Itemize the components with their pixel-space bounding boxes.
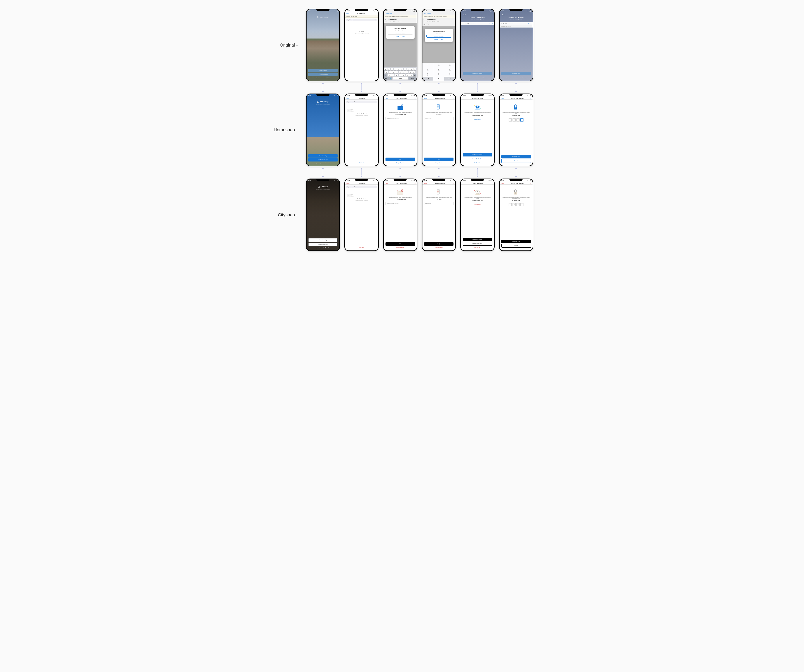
browsing-button[interactable]: I'm just browsing	[308, 69, 338, 72]
pin-input[interactable]: 1 2 3 4	[502, 119, 531, 122]
pin-digit[interactable]: 2	[513, 203, 516, 206]
key[interactable]: m	[409, 74, 413, 77]
back-button[interactable]: ‹Find Account	[385, 13, 392, 14]
search-input[interactable]: 🔍AndersonS	[346, 186, 377, 188]
numkey-delete[interactable]: ⌫	[444, 77, 455, 81]
back-button[interactable]: ‹Find Account	[424, 13, 431, 14]
back-button[interactable]: ‹Back	[385, 183, 388, 184]
key[interactable]: p	[413, 68, 416, 70]
later-link[interactable]: Do This Later	[462, 247, 492, 248]
back-button[interactable]: ‹Back	[346, 13, 350, 14]
need-help-link[interactable]: Need Help?	[345, 247, 378, 250]
cancel-button[interactable]: Cancel	[435, 39, 438, 40]
browsing-button[interactable]: I'm Just Browsing	[308, 238, 338, 242]
resend-button[interactable]: Resend	[502, 159, 531, 163]
verify-button[interactable]: Verify	[440, 39, 443, 40]
numkey-2[interactable]: 2ABC	[433, 63, 444, 67]
numkey-0[interactable]: 0	[433, 77, 444, 81]
shift-key[interactable]: ⇧	[384, 74, 387, 77]
verify-phone-link[interactable]: Verify with phone	[386, 247, 415, 248]
resend-link[interactable]: Resend	[528, 23, 531, 24]
start-over-link[interactable]: Start Over	[507, 77, 510, 78]
numkey-5[interactable]: 5JKL	[433, 67, 444, 72]
key[interactable]: h	[402, 71, 405, 73]
key[interactable]: l	[412, 71, 415, 73]
backspace-key[interactable]: ⌫	[413, 74, 416, 77]
later-link[interactable]: Do This Later	[482, 77, 487, 78]
confirm-code-button[interactable]: Confirm My Code	[502, 72, 531, 75]
pin-input[interactable]: 1 2 3 4	[502, 203, 531, 206]
search-input[interactable]: 🔍AndersonS	[346, 101, 377, 103]
terms-text[interactable]: By registering, I accept the Terms of Us…	[308, 163, 338, 163]
key[interactable]: g	[399, 71, 402, 73]
phone-input[interactable]: 202-000-1234	[424, 117, 454, 120]
need-help-link[interactable]: Need help?	[345, 162, 378, 166]
globe-key[interactable]: 🌐	[388, 77, 392, 80]
agent-button[interactable]: I'm a real estate agent	[308, 73, 338, 76]
phone-input[interactable]: 202-000-1234	[424, 202, 454, 205]
back-button[interactable]: ‹Back	[346, 183, 350, 184]
back-button[interactable]: ‹Back	[424, 98, 427, 99]
number-pad[interactable]: 1 2ABC 3DEF 4GHI 5JKL 6MNO 7PQRS 8TUV 9W…	[422, 63, 456, 81]
email-input[interactable]: randerson@cleverrealty.com	[386, 117, 415, 120]
numkey-1[interactable]: 1	[422, 63, 433, 67]
pin-digit[interactable]: 3	[516, 203, 520, 206]
key[interactable]: a	[385, 71, 388, 73]
back-button[interactable]: ‹Back	[424, 183, 427, 184]
keyboard[interactable]: qwertyuiop asdfghjkl ⇧zxcvbnm⌫ 123🌐space…	[384, 67, 417, 81]
email-input[interactable]: Enter the email address	[388, 32, 413, 34]
change-email-button[interactable]: Change Email Address	[462, 157, 492, 161]
numkey-4[interactable]: 4GHI	[422, 67, 433, 72]
verify-phone-link[interactable]: Verify with phone	[424, 247, 454, 248]
back-button[interactable]: ‹Back	[462, 14, 492, 16]
agent-button[interactable]: I'm a Real Estate Agent	[308, 158, 338, 161]
space-key[interactable]: space	[393, 77, 408, 80]
key[interactable]: f	[395, 71, 398, 73]
numkey-6[interactable]: 6MNO	[444, 67, 455, 72]
close-button[interactable]: ✕	[453, 183, 454, 184]
close-button[interactable]: ✕	[415, 98, 415, 99]
key[interactable]: i	[407, 68, 410, 70]
pin-digit[interactable]: 1	[508, 203, 511, 206]
key[interactable]: q	[384, 68, 387, 70]
back-button[interactable]: ‹Back	[502, 14, 531, 16]
terms-text[interactable]: By registering, I accept the Terms of Us…	[308, 247, 338, 248]
start-over-link[interactable]: Start Over	[468, 77, 472, 78]
key[interactable]: t	[397, 68, 400, 70]
back-button[interactable]: ‹Back	[346, 98, 350, 99]
search-input[interactable]: 🔍Xinyusⓧ	[346, 19, 377, 21]
pin-digit[interactable]: 3	[516, 119, 520, 122]
verify-email-link[interactable]: Verify with email	[424, 162, 454, 163]
agent-button[interactable]: I'm a Real Estate Agent	[308, 243, 338, 246]
close-button[interactable]: ✕	[415, 183, 415, 184]
numbers-key[interactable]: 123	[384, 77, 388, 80]
confirm-code-button[interactable]: Confirm My Code	[502, 240, 531, 243]
numkey-sym[interactable]: + * #	[422, 77, 433, 81]
key[interactable]: w	[387, 68, 390, 70]
confirm-code-button[interactable]: Confirm My Code	[502, 155, 531, 158]
phone-input[interactable]: Enter full phone number	[427, 35, 451, 38]
pin-digit[interactable]: 2	[513, 119, 516, 122]
close-button[interactable]: ✕	[531, 98, 531, 99]
resend-button[interactable]: Resend	[502, 244, 531, 248]
back-button[interactable]: ‹Back	[501, 183, 504, 184]
email-input[interactable]: randerson@cleverrealty.com	[386, 202, 415, 205]
confirmed-button[interactable]: I've Already Confirmed	[462, 72, 492, 75]
confirmed-button[interactable]: I've Already Confirmed	[462, 238, 492, 241]
key[interactable]: e	[391, 68, 394, 70]
key[interactable]: r	[394, 68, 397, 70]
pin-digit[interactable]: 4	[520, 119, 523, 122]
verify-button[interactable]: Verify	[424, 158, 454, 161]
pin-digit[interactable]: 1	[508, 119, 511, 122]
numkey-9[interactable]: 9WXYZ	[444, 72, 455, 77]
key[interactable]: j	[405, 71, 408, 73]
close-button[interactable]: ✕	[453, 98, 454, 99]
numkey-7[interactable]: 7PQRS	[422, 72, 433, 77]
key[interactable]: v	[399, 74, 402, 77]
change-email-button[interactable]: Change Email Address	[462, 242, 492, 246]
signin-link[interactable]: Already have an account? SIGN IN	[308, 77, 338, 78]
verify-phone-link[interactable]: Verify with phone	[386, 162, 415, 163]
key[interactable]: o	[410, 68, 413, 70]
resend-link[interactable]: Resend	[490, 23, 493, 24]
key[interactable]: y	[400, 68, 403, 70]
